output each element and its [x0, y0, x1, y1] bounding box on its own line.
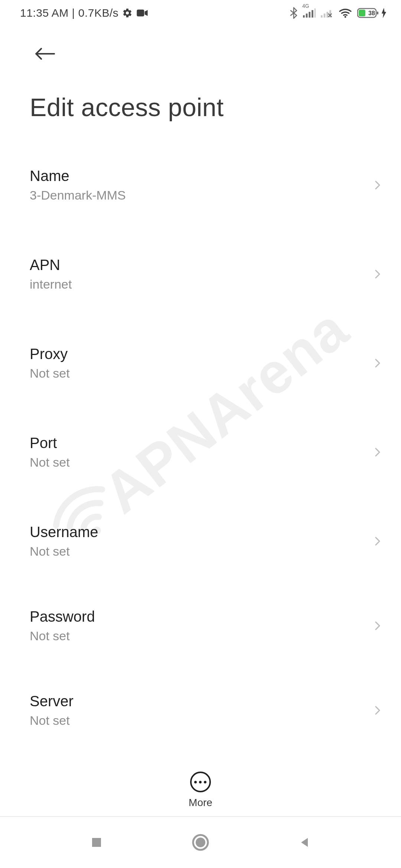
- setting-value: Not set: [30, 366, 70, 381]
- setting-row-password[interactable]: Password Not set: [0, 593, 401, 659]
- arrow-left-icon: [35, 46, 55, 61]
- page-title: Edit access point: [30, 93, 381, 122]
- status-time: 11:35 AM | 0.7KB/s: [20, 7, 118, 19]
- signal-no-sim-icon: [321, 8, 333, 18]
- setting-label: Name: [30, 168, 126, 184]
- navigation-bar: [0, 816, 401, 868]
- status-bar: 11:35 AM | 0.7KB/s 4G 38: [0, 0, 401, 26]
- more-icon: [190, 772, 211, 792]
- setting-value: Not set: [30, 544, 98, 559]
- back-button[interactable]: [32, 41, 58, 67]
- svg-rect-17: [92, 838, 101, 847]
- svg-text:38: 38: [368, 10, 375, 16]
- setting-value: Not set: [30, 629, 95, 643]
- bluetooth-icon: [290, 7, 298, 19]
- svg-rect-13: [359, 10, 365, 16]
- circle-icon: [192, 834, 209, 851]
- signal-4g-icon: 4G: [303, 8, 316, 18]
- more-button[interactable]: More: [189, 772, 212, 809]
- svg-rect-6: [314, 9, 316, 18]
- setting-value: Not set: [30, 713, 74, 728]
- setting-value: 3-Denmark-MMS: [30, 188, 126, 203]
- svg-point-19: [196, 838, 205, 847]
- setting-row-username[interactable]: Username Not set: [0, 508, 401, 574]
- more-label: More: [189, 797, 212, 809]
- setting-label: Password: [30, 608, 95, 625]
- nav-back-button[interactable]: [293, 831, 316, 854]
- gear-icon: [122, 8, 133, 18]
- setting-row-proxy[interactable]: Proxy Not set: [0, 330, 401, 396]
- wifi-icon: [339, 8, 352, 18]
- chevron-right-icon: [372, 620, 383, 631]
- setting-label: Server: [30, 693, 74, 710]
- chevron-right-icon: [372, 705, 383, 716]
- svg-rect-15: [377, 11, 378, 14]
- setting-row-name[interactable]: Name 3-Denmark-MMS: [0, 152, 401, 218]
- battery-icon: 38: [357, 7, 387, 19]
- setting-label: Proxy: [30, 346, 70, 362]
- chevron-right-icon: [372, 536, 383, 547]
- setting-value: internet: [30, 277, 72, 292]
- svg-rect-3: [306, 14, 308, 18]
- nav-recents-button[interactable]: [85, 831, 108, 854]
- square-icon: [90, 836, 103, 849]
- svg-rect-7: [321, 15, 323, 17]
- triangle-left-icon: [298, 836, 311, 849]
- chevron-right-icon: [372, 358, 383, 369]
- nav-home-button[interactable]: [189, 831, 212, 854]
- setting-row-server[interactable]: Server Not set: [0, 677, 401, 743]
- setting-row-apn[interactable]: APN internet: [0, 241, 401, 307]
- charging-bolt-icon: [381, 8, 387, 18]
- chevron-right-icon: [372, 180, 383, 191]
- svg-rect-5: [312, 10, 313, 17]
- chevron-right-icon: [372, 269, 383, 280]
- setting-row-port[interactable]: Port Not set: [0, 419, 401, 485]
- svg-point-11: [345, 16, 346, 18]
- camera-icon: [136, 9, 148, 17]
- svg-rect-8: [324, 14, 326, 18]
- setting-label: Port: [30, 435, 70, 451]
- settings-list: Name 3-Denmark-MMS APN internet Proxy No…: [0, 152, 401, 757]
- setting-value: Not set: [30, 455, 70, 470]
- svg-rect-2: [303, 15, 305, 17]
- setting-label: Username: [30, 524, 98, 540]
- chevron-right-icon: [372, 447, 383, 458]
- svg-rect-4: [309, 12, 310, 17]
- setting-label: APN: [30, 257, 72, 273]
- svg-rect-1: [137, 10, 144, 17]
